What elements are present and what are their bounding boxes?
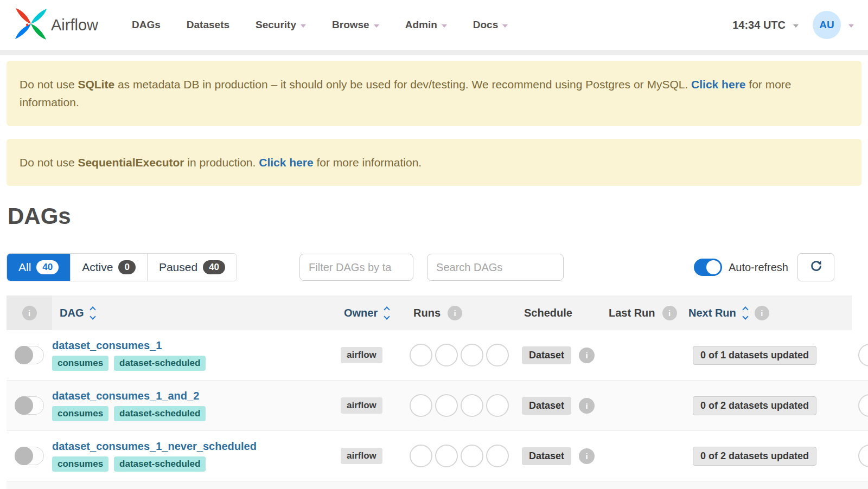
dag-tag[interactable]: dataset-scheduled — [114, 456, 206, 472]
run-status-circle[interactable] — [858, 344, 868, 366]
dag-pause-toggle[interactable] — [15, 396, 44, 415]
table-row: dataset_consumes_1_and_2 consumes datase… — [7, 381, 868, 431]
nav-label: Datasets — [187, 19, 229, 31]
navbar: Airflow DAGs Datasets Security Browse Ad… — [0, 0, 868, 50]
run-status-circle[interactable] — [486, 394, 509, 417]
run-status-circle[interactable] — [410, 445, 432, 467]
tag-row: consumes dataset-scheduled — [52, 456, 206, 472]
nav-item-datasets[interactable]: Datasets — [187, 19, 229, 31]
schedule-badge[interactable]: Dataset — [522, 346, 571, 364]
run-status-circle[interactable] — [435, 445, 458, 467]
sort-icon[interactable] — [385, 307, 389, 319]
dag-tag[interactable]: dataset-scheduled — [114, 356, 206, 371]
dag-link[interactable]: dataset_consumes_1 — [52, 339, 162, 352]
page-title: DAGs — [8, 203, 868, 229]
auto-refresh-toggle[interactable] — [694, 259, 722, 276]
chevron-down-icon[interactable] — [793, 24, 799, 28]
run-status-circle[interactable] — [486, 445, 509, 467]
owner-badge[interactable]: airflow — [341, 448, 382, 464]
main-nav: DAGs Datasets Security Browse Admin Docs — [132, 19, 508, 31]
alert-text: for more information. — [314, 156, 422, 169]
dag-tag[interactable]: consumes — [52, 356, 108, 371]
tab-count-badge: 0 — [118, 260, 135, 274]
tab-count-badge: 40 — [36, 260, 59, 274]
pause-cell — [7, 431, 52, 481]
owner-badge[interactable]: airflow — [341, 397, 382, 414]
run-status-circle[interactable] — [410, 344, 432, 366]
dag-pause-toggle[interactable] — [15, 447, 44, 465]
header-owner[interactable]: Owner — [336, 295, 406, 330]
sort-icon[interactable] — [743, 307, 748, 319]
dag-tag[interactable]: consumes — [52, 406, 108, 421]
run-status-circle[interactable] — [461, 344, 483, 366]
dag-pause-toggle[interactable] — [15, 346, 44, 364]
run-status-circle[interactable] — [461, 445, 483, 467]
alert-text-bold: SequentialExecutor — [78, 156, 184, 169]
runs-cell — [406, 431, 516, 481]
tag-row: consumes dataset-scheduled — [52, 356, 206, 371]
avatar[interactable]: AU — [813, 11, 841, 39]
chevron-down-icon — [301, 24, 306, 28]
recent-tasks-cell — [852, 381, 868, 430]
run-status-circle[interactable] — [858, 445, 868, 467]
dag-link[interactable]: dataset_consumes_1_and_2 — [52, 390, 199, 402]
auto-refresh-label: Auto-refresh — [729, 261, 788, 274]
run-status-circle[interactable] — [435, 394, 458, 417]
info-icon: i — [662, 306, 677, 320]
header-dag[interactable]: DAG — [52, 295, 336, 330]
last-run-cell — [601, 330, 681, 380]
chevron-down-icon[interactable] — [848, 24, 854, 28]
nav-item-docs[interactable]: Docs — [473, 19, 508, 31]
dag-cell: dataset_consumes_1 consumes dataset-sche… — [52, 330, 336, 380]
next-run-badge: 0 of 2 datasets updated — [693, 396, 816, 415]
run-status-circle[interactable] — [435, 344, 458, 366]
nav-item-security[interactable]: Security — [256, 19, 306, 31]
run-status-circle[interactable] — [410, 394, 432, 417]
nav-item-dags[interactable]: DAGs — [132, 19, 161, 31]
schedule-badge[interactable]: Dataset — [522, 397, 571, 415]
schedule-badge[interactable]: Dataset — [522, 447, 571, 465]
dag-tag[interactable]: dataset-scheduled — [114, 406, 206, 421]
info-icon: i — [579, 448, 595, 464]
refresh-icon — [809, 259, 824, 275]
navbar-divider — [0, 50, 868, 55]
nav-item-browse[interactable]: Browse — [332, 19, 379, 31]
info-icon: i — [22, 306, 37, 320]
search-dags-input[interactable] — [427, 254, 564, 281]
refresh-button[interactable] — [797, 253, 834, 281]
alert-text: Do not use — [20, 156, 78, 169]
alert-text: in production. — [184, 156, 259, 169]
header-next-run[interactable]: Next Run i — [681, 295, 852, 330]
sqlite-warning-alert: Do not use SQLite as metadata DB in prod… — [7, 61, 861, 126]
chevron-down-icon — [374, 24, 379, 28]
chevron-down-icon — [502, 24, 508, 28]
filter-dags-by-tag-input[interactable] — [299, 254, 413, 281]
toggle-knob — [15, 346, 33, 364]
tag-row: consumes dataset-scheduled — [52, 406, 206, 421]
dag-tag[interactable]: consumes — [52, 456, 108, 472]
dag-link[interactable]: dataset_consumes_1_never_scheduled — [52, 440, 257, 453]
click-here-link[interactable]: Click here — [691, 78, 745, 91]
auto-refresh-group: Auto-refresh — [694, 259, 788, 276]
owner-badge[interactable]: airflow — [341, 347, 382, 363]
sort-icon[interactable] — [91, 307, 95, 319]
info-icon: i — [448, 306, 462, 320]
run-status-circle[interactable] — [858, 394, 868, 417]
run-status-circle[interactable] — [461, 394, 483, 417]
tab-active[interactable]: Active 0 — [71, 254, 148, 281]
airflow-brand[interactable]: Airflow — [14, 7, 98, 43]
click-here-link[interactable]: Click here — [259, 156, 313, 169]
nav-label: Docs — [473, 19, 498, 31]
brand-name: Airflow — [51, 16, 98, 34]
table-header: i DAG Owner Runs i Schedule Last Run i N… — [7, 295, 868, 330]
header-info-cell: i — [7, 295, 52, 330]
last-run-cell — [601, 381, 681, 430]
tab-all[interactable]: All 40 — [7, 254, 71, 281]
nav-item-admin[interactable]: Admin — [405, 19, 447, 31]
run-status-circle[interactable] — [486, 344, 509, 366]
table-row: dataset_consumes_1 consumes dataset-sche… — [7, 330, 868, 381]
table-body: dataset_consumes_1 consumes dataset-sche… — [7, 330, 868, 481]
filter-row: All 40 Active 0 Paused 40 Auto-refresh — [7, 253, 834, 281]
clock-dropdown[interactable]: 14:34 UTC — [732, 19, 786, 31]
tab-paused[interactable]: Paused 40 — [148, 254, 237, 281]
